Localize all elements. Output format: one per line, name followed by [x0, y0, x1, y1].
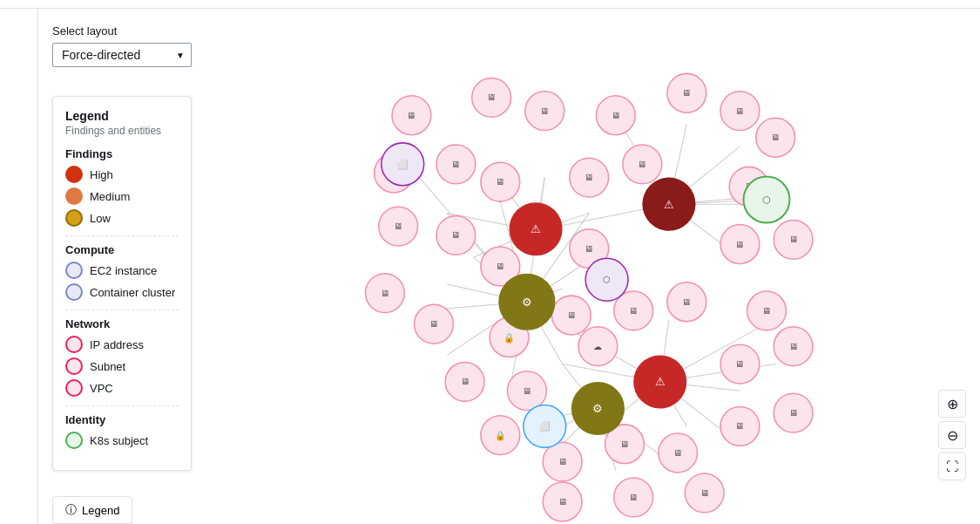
svg-text:🖥: 🖥 [567, 310, 576, 320]
svg-text:🖥: 🖥 [629, 306, 638, 316]
svg-text:⚙: ⚙ [522, 296, 532, 309]
svg-text:🔒: 🔒 [495, 430, 506, 441]
svg-text:🖥: 🖥 [629, 493, 638, 502]
svg-text:🖥: 🖥 [558, 497, 567, 507]
legend-item-k8s: K8s subject [65, 432, 179, 449]
svg-text:🖥: 🖥 [612, 111, 620, 120]
graph-area: Select layout Force-directed Hierarchica… [38, 9, 980, 524]
pink-nodes[interactable]: 🖥 🖥 🖥 🖥 🖥 🖥 🖥 🖥 [365, 73, 813, 521]
k8s-label: K8s subject [90, 434, 148, 447]
compute-title: Compute [65, 243, 179, 256]
legend-section-identity: Identity K8s subject [65, 413, 179, 449]
svg-text:🖥: 🖥 [735, 240, 744, 249]
identity-title: Identity [65, 413, 179, 426]
container-dot [65, 283, 83, 301]
low-dot [65, 209, 83, 227]
svg-text:🖥: 🖥 [487, 92, 496, 102]
svg-text:⚠: ⚠ [664, 198, 674, 211]
zoom-in-button[interactable]: ⊕ [938, 390, 966, 418]
legend-section-compute: Compute EC2 instance Container cluster [65, 243, 179, 301]
legend-item-low: Low [65, 209, 179, 227]
legend-title: Legend [65, 109, 179, 123]
svg-text:⬜: ⬜ [397, 159, 409, 170]
legend-item-medium: Medium [65, 187, 179, 205]
legend-item-vpc: VPC [65, 379, 179, 397]
legend-tab-label: Legend [82, 504, 119, 517]
network-title: Network [65, 317, 179, 330]
legend-item-subnet: Subnet [65, 357, 179, 375]
vpc-dot [65, 379, 83, 397]
layout-selector: Select layout Force-directed Hierarchica… [52, 24, 192, 67]
svg-text:🖥: 🖥 [673, 448, 682, 458]
svg-text:🖥: 🖥 [523, 386, 531, 396]
svg-text:🔒: 🔒 [504, 332, 515, 344]
k8s-dot [65, 432, 83, 449]
svg-text:🖥: 🖥 [451, 160, 460, 169]
svg-text:🖥: 🖥 [682, 297, 691, 307]
ip-label: IP address [90, 338, 144, 351]
fit-icon: ⛶ [946, 459, 958, 473]
divider-3 [65, 405, 179, 406]
svg-text:⬜: ⬜ [539, 420, 551, 432]
legend-subtitle: Findings and entities [65, 125, 179, 137]
svg-text:🖥: 🖥 [381, 289, 389, 298]
svg-text:🖥: 🖥 [789, 408, 798, 418]
svg-text:🖥: 🖥 [735, 359, 744, 369]
top-bar [0, 0, 980, 9]
svg-text:🖥: 🖥 [451, 230, 460, 240]
high-dot [65, 166, 83, 183]
svg-text:🖥: 🖥 [407, 111, 416, 120]
medium-label: Medium [90, 190, 130, 203]
ip-dot [65, 336, 83, 353]
zoom-in-icon: ⊕ [947, 396, 958, 412]
legend-item-high: High [65, 166, 179, 183]
subnet-label: Subnet [90, 360, 125, 373]
vpc-label: VPC [90, 382, 113, 395]
low-label: Low [90, 212, 111, 225]
svg-text:🖥: 🖥 [558, 457, 567, 466]
main-container: Select layout Force-directed Hierarchica… [0, 0, 980, 524]
divider-2 [65, 310, 179, 310]
legend-panel: Legend Findings and entities Findings Hi… [52, 96, 192, 471]
zoom-out-icon: ⊖ [947, 427, 958, 444]
svg-text:🖥: 🖥 [496, 262, 504, 271]
svg-text:🖥: 🖥 [429, 319, 438, 329]
content-area: Select layout Force-directed Hierarchica… [0, 9, 980, 524]
legend-tab-icon: ⓘ [65, 502, 77, 518]
select-wrapper: Force-directed Hierarchical Circular ▼ [52, 43, 192, 67]
ec2-label: EC2 instance [90, 264, 157, 277]
svg-text:🖥: 🖥 [762, 306, 771, 316]
svg-text:⬡: ⬡ [603, 275, 611, 284]
svg-text:🖥: 🖥 [620, 439, 629, 449]
svg-text:🖥: 🖥 [394, 221, 402, 231]
left-panel [0, 9, 38, 524]
zoom-out-button[interactable]: ⊖ [938, 421, 966, 449]
subnet-dot [65, 357, 83, 375]
svg-text:⚠: ⚠ [655, 375, 666, 388]
divider-1 [65, 235, 179, 236]
svg-text:🖥: 🖥 [585, 244, 593, 254]
svg-text:🖥: 🖥 [735, 421, 744, 431]
legend-section-findings: Findings High Medium Low [65, 147, 179, 227]
svg-text:⚠: ⚠ [531, 222, 541, 235]
legend-item-container: Container cluster [65, 283, 179, 301]
layout-label: Select layout [52, 24, 192, 37]
high-label: High [90, 168, 113, 181]
svg-text:🖥: 🖥 [638, 160, 646, 169]
svg-text:☁: ☁ [593, 342, 602, 351]
medium-dot [65, 187, 83, 205]
legend-item-ip: IP address [65, 336, 179, 353]
container-label: Container cluster [90, 286, 175, 299]
zoom-controls: ⊕ ⊖ ⛶ [938, 390, 966, 480]
svg-text:🖥: 🖥 [771, 133, 780, 142]
legend-item-ec2: EC2 instance [65, 262, 179, 279]
svg-text:🖥: 🖥 [700, 488, 709, 498]
ec2-dot [65, 262, 83, 279]
svg-text:🖥: 🖥 [540, 106, 549, 116]
zoom-fit-button[interactable]: ⛶ [938, 453, 966, 480]
svg-text:🖥: 🖥 [789, 235, 798, 244]
svg-text:⚙: ⚙ [592, 402, 603, 415]
legend-tab[interactable]: ⓘ Legend [52, 496, 132, 524]
layout-select[interactable]: Force-directed Hierarchical Circular [52, 43, 192, 67]
findings-title: Findings [65, 147, 179, 160]
